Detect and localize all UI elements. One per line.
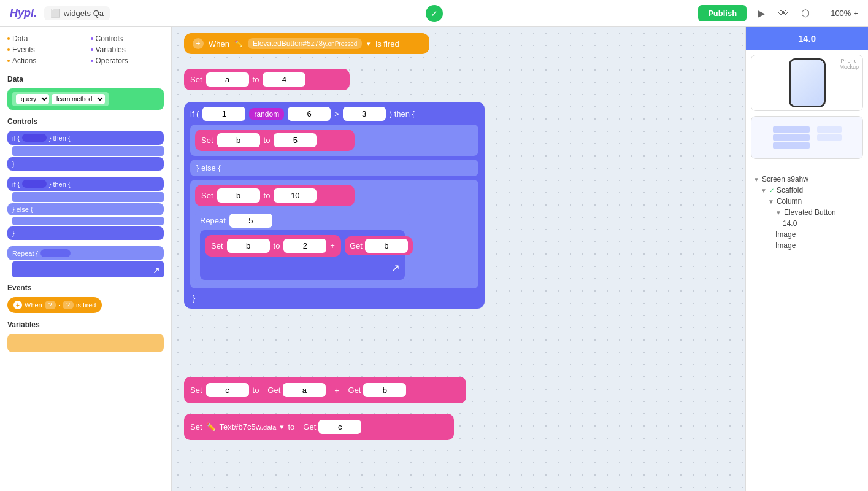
layer-arrow-scaffold: ▼ — [761, 187, 767, 194]
set-b-10-row[interactable]: Set to — [195, 185, 355, 206]
publish-button[interactable]: Publish — [698, 5, 747, 21]
sidebar-item-actions[interactable]: Actions — [7, 56, 81, 65]
set-label-b10: Set — [201, 191, 213, 200]
data-select-method[interactable]: learn method — [52, 94, 105, 104]
phone-preview-card[interactable]: iPhoneMockup — [751, 55, 863, 111]
to-label-bexpr: to — [274, 241, 280, 250]
if-random-input[interactable] — [288, 107, 331, 121]
layer-version-node[interactable]: 14.0 — [753, 218, 861, 229]
set-var-b5[interactable] — [217, 133, 260, 147]
get-label-b2: Get — [348, 385, 361, 395]
topbar-left: Hypi. ⬜ widgets Qa — [10, 6, 110, 20]
dropdown-text[interactable]: ▾ — [280, 422, 284, 431]
if-left-input[interactable] — [202, 107, 245, 121]
set-text-block[interactable]: Set ✏️ Text#b7c5w.data ▾ to Get — [184, 414, 454, 440]
list-preview-inner — [773, 126, 842, 149]
when-text: When — [209, 39, 229, 48]
eye-icon[interactable]: 👁 — [776, 8, 791, 19]
set-var-bexpr[interactable] — [227, 239, 270, 253]
control-repeat[interactable]: Repeat { ↗ — [7, 246, 164, 277]
if-then-body: Set to — [190, 125, 478, 156]
when-label: When — [25, 301, 42, 309]
layer-column[interactable]: ▼ Column — [753, 196, 861, 207]
canvas[interactable]: + When ✏️ ElevatedButton#5z78y.onPressed… — [172, 27, 745, 491]
plus-symbol: + — [334, 385, 339, 395]
repeat-count[interactable] — [229, 214, 272, 228]
layer-elevated-btn[interactable]: ▼ Elevated Button — [753, 207, 861, 218]
project-tab[interactable]: ⬜ widgets Qa — [44, 6, 110, 20]
to-label-b10: to — [264, 191, 271, 200]
zoom-in-icon[interactable]: + — [853, 9, 858, 18]
set-val-2[interactable] — [283, 239, 326, 253]
status-indicator: ✓ — [426, 5, 443, 22]
if-op: > — [334, 109, 339, 118]
sidebar-item-events[interactable]: Events — [7, 45, 81, 54]
set-var-b10[interactable] — [217, 188, 260, 203]
random-label: random — [249, 108, 284, 120]
set-b-5-row[interactable]: Set to — [195, 130, 355, 151]
set-val-5[interactable] — [274, 133, 317, 147]
get-var-c[interactable] — [318, 420, 361, 434]
layer-image1[interactable]: Image — [753, 229, 861, 240]
get-var-b[interactable] — [365, 239, 408, 253]
sidebar-item-controls[interactable]: Controls — [91, 34, 164, 43]
play-icon[interactable]: ▶ — [754, 7, 769, 19]
canvas-inner: + When ✏️ ElevatedButton#5z78y.onPressed… — [172, 27, 745, 487]
set-val-10[interactable] — [274, 188, 317, 203]
sidebar-item-data[interactable]: Data — [7, 34, 81, 43]
set-b-expr-row[interactable]: Set to + Get — [205, 235, 400, 257]
sidebar-categories: Data Controls Events Variables Actions O… — [7, 34, 164, 65]
sidebar-item-operators[interactable]: Operators — [91, 56, 164, 65]
set-var-c[interactable] — [206, 383, 249, 397]
set-var-a[interactable] — [206, 72, 249, 87]
close-label: } — [193, 293, 195, 303]
close-brace: } — [190, 292, 478, 304]
list-preview-card[interactable] — [751, 116, 863, 159]
main-layout: Data Controls Events Variables Actions O… — [0, 27, 868, 491]
when-plus-button[interactable]: + — [193, 38, 204, 49]
control-if-else[interactable]: if { } then { } else { } — [7, 177, 164, 240]
data-select-query[interactable]: query — [16, 94, 49, 104]
zoom-controls: — 100% + — [820, 9, 858, 18]
layer-scaffold-label: Scaffold — [777, 186, 803, 195]
panel-preview: iPhoneMockup — [746, 50, 868, 169]
data-block-widget[interactable]: query learn method — [7, 88, 164, 110]
layer-scaffold[interactable]: ▼ ✓ Scaffold — [753, 185, 861, 196]
get-var-a[interactable] — [283, 383, 326, 397]
data-block-inner: query learn method — [12, 92, 109, 106]
repeat-header: Repeat — [200, 214, 405, 228]
phone-preview: iPhoneMockup — [751, 55, 862, 110]
repeat-block[interactable]: Repeat Set to — [195, 210, 410, 284]
list-col-1 — [773, 126, 810, 149]
layer-column-label: Column — [777, 197, 802, 206]
layer-tree: ▼ Screen s9ahw ▼ ✓ Scaffold ▼ Column ▼ E… — [746, 169, 868, 256]
set-val-4[interactable] — [263, 72, 305, 87]
when-edit-icon[interactable]: ✏️ — [234, 40, 243, 48]
external-link-icon[interactable]: ⬡ — [798, 7, 813, 19]
if-else-body: Set to Repeat — [190, 180, 478, 288]
set-a-block[interactable]: Set to — [184, 69, 350, 90]
topbar: Hypi. ⬜ widgets Qa ✓ Publish ▶ 👁 ⬡ — 100… — [0, 0, 868, 27]
tab-name: widgets Qa — [64, 9, 104, 18]
when-event-text: onPressed — [328, 41, 358, 47]
layer-check-scaffold: ✓ — [769, 187, 774, 194]
event-when-block[interactable]: + When ? · ? is fired — [7, 297, 102, 313]
if-block[interactable]: if ( random > ) then { Set — [184, 102, 485, 309]
layer-image2[interactable]: Image — [753, 240, 861, 251]
zoom-out-icon[interactable]: — — [820, 9, 828, 18]
when-dropdown-icon[interactable]: ▾ — [367, 40, 371, 48]
get-b-block2: Get — [344, 381, 412, 400]
if-right-input[interactable] — [343, 107, 386, 121]
layer-btn-label: Elevated Button — [784, 208, 836, 217]
when-event-block[interactable]: + When ✏️ ElevatedButton#5z78y.onPressed… — [184, 33, 429, 54]
set-c-block[interactable]: Set to Get + Get — [184, 377, 466, 403]
variables-section-title: Variables — [7, 320, 164, 329]
plus-icon: + — [330, 241, 335, 250]
layer-arrow-screen: ▼ — [753, 176, 759, 183]
get-var-b2[interactable] — [363, 383, 406, 397]
sidebar-item-variables[interactable]: Variables — [91, 45, 164, 54]
layer-screen[interactable]: ▼ Screen s9ahw — [753, 174, 861, 185]
control-if-then[interactable]: if { } then { } — [7, 131, 164, 171]
if-outer-container: if ( random > ) then { Set — [184, 102, 485, 309]
event-q2: ? — [63, 301, 74, 309]
